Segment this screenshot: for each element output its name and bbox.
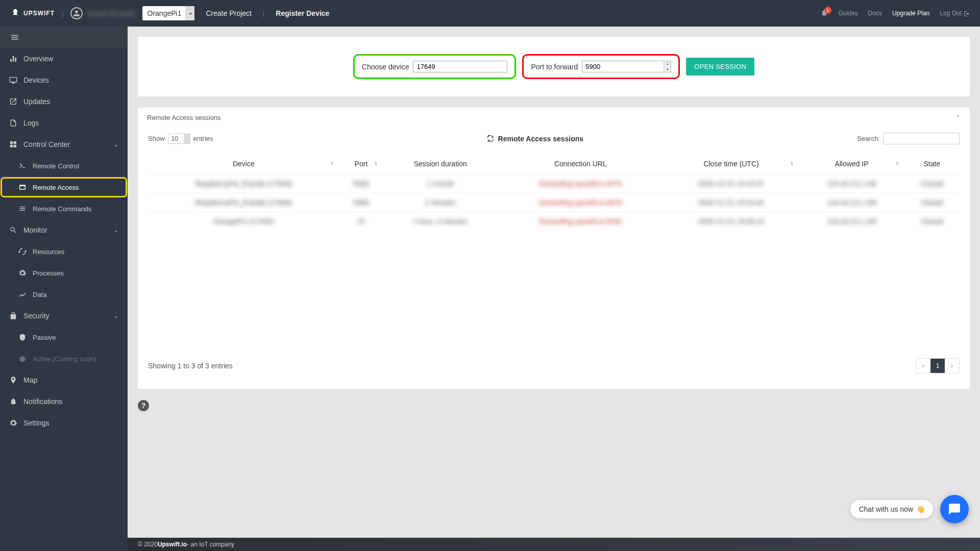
- external-link-icon: [9, 97, 17, 106]
- nav-devices[interactable]: Devices: [0, 69, 128, 91]
- cell-url: forwarding.upswift.io:4475: [498, 174, 664, 193]
- sessions-table: Device▲▼ Port▲▼ Session duration Connect…: [148, 154, 960, 231]
- cell-device: RaspberryPi4_Eranda (17649): [148, 174, 339, 193]
- upgrade-link[interactable]: Upgrade Plan: [892, 10, 929, 17]
- col-device[interactable]: Device▲▼: [148, 154, 339, 174]
- chart-bar-icon: [9, 55, 17, 63]
- choose-device-group: Choose device: [353, 54, 517, 79]
- list-icon: [18, 205, 27, 213]
- page-prev[interactable]: ‹: [916, 359, 930, 373]
- table-row: RaspberryPi4_Eranda (17649)59802 minutes…: [148, 193, 960, 212]
- cell-port: 5980: [339, 193, 383, 212]
- page-next[interactable]: ›: [945, 359, 959, 373]
- cell-device: OrangePi1 (17455): [148, 212, 339, 231]
- sessions-panel: Remote Access sessions ⌃ Show 10 entries…: [138, 108, 970, 389]
- avatar-icon[interactable]: [70, 7, 83, 19]
- col-state[interactable]: State: [904, 154, 960, 174]
- nav-remote-access[interactable]: Remote Access: [0, 177, 128, 198]
- cell-url: forwarding.upswift.io:5678: [498, 193, 664, 212]
- nav-remote-control[interactable]: Remote Control: [0, 155, 128, 177]
- divider: |: [263, 10, 264, 17]
- cell-ip: 124.43.211.139: [799, 174, 904, 193]
- number-spinner[interactable]: ▲▼: [664, 61, 671, 72]
- col-url[interactable]: Connection URL: [498, 154, 664, 174]
- search-input[interactable]: [883, 133, 960, 144]
- logout-link[interactable]: Log Out: [940, 10, 970, 17]
- entries-selector: Show 10 entries: [148, 134, 213, 144]
- cell-port: 22: [339, 212, 383, 231]
- cell-device: RaspberryPi4_Eranda (17649): [148, 193, 339, 212]
- nav-updates[interactable]: Updates: [0, 91, 128, 112]
- nav-monitor[interactable]: Monitor⌄: [0, 219, 128, 241]
- create-project-link[interactable]: Create Project: [206, 9, 251, 17]
- showing-info: Showing 1 to 3 of 3 entries: [148, 362, 233, 370]
- divider: |: [62, 10, 63, 17]
- shield-icon: [18, 333, 27, 341]
- nav-passive[interactable]: Passive: [0, 327, 128, 348]
- refresh-sessions[interactable]: Remote Access sessions: [213, 135, 857, 143]
- cell-state: Closed: [904, 212, 960, 231]
- nav-security[interactable]: Security⌄: [0, 305, 128, 327]
- chevron-down-icon: ⌄: [114, 227, 118, 234]
- docs-link[interactable]: Docs: [868, 10, 882, 17]
- chevron-down-icon: ⌄: [114, 141, 118, 148]
- cell-duration: 1 hour, 0 minutes: [383, 212, 497, 231]
- notifications-bell[interactable]: 1: [820, 9, 828, 18]
- brand-logo[interactable]: UPSWIFT: [10, 8, 55, 18]
- chevron-down-icon: ▾: [189, 11, 192, 16]
- cell-close: 2020-12-21 19:10:42: [664, 193, 799, 212]
- project-select[interactable]: OrangePi1 ▾: [142, 6, 195, 20]
- page-current[interactable]: 1: [930, 359, 945, 373]
- hamburger-icon: [10, 33, 19, 42]
- nav-logs[interactable]: Logs: [0, 112, 128, 134]
- guides-link[interactable]: Guides: [839, 10, 858, 17]
- register-device-link[interactable]: Register Device: [276, 9, 329, 17]
- sessions-title: Remote Access sessions: [147, 114, 221, 121]
- entries-select[interactable]: 10: [168, 134, 190, 144]
- nav-processes[interactable]: Processes: [0, 262, 128, 284]
- nav-overview[interactable]: Overview: [0, 48, 128, 69]
- chat-message[interactable]: Chat with us now 👋: [850, 500, 933, 518]
- line-chart-icon: [18, 290, 27, 298]
- sort-icon: ▲▼: [374, 161, 378, 166]
- nav-active: Active (Coming soon): [0, 348, 128, 369]
- col-ip[interactable]: Allowed IP▲▼: [799, 154, 904, 174]
- sidebar-toggle[interactable]: [0, 27, 128, 48]
- chevron-up-icon: ⌃: [955, 114, 961, 121]
- nav-settings[interactable]: Settings: [0, 412, 128, 434]
- col-duration[interactable]: Session duration: [383, 154, 497, 174]
- nav-notifications[interactable]: Notifications: [0, 391, 128, 412]
- top-header: UPSWIFT | Kasun Eranda OrangePi1 ▾ Creat…: [0, 0, 980, 27]
- nav-resources[interactable]: Resources: [0, 241, 128, 262]
- sessions-panel-header[interactable]: Remote Access sessions ⌃: [138, 108, 970, 128]
- bell-icon: [9, 397, 17, 406]
- bug-icon: [18, 355, 27, 363]
- cell-ip: 124.43.211.139: [799, 212, 904, 231]
- cell-ip: 124.43.211.139: [799, 193, 904, 212]
- nav-control-center[interactable]: Control Center⌄: [0, 134, 128, 155]
- nav-remote-commands[interactable]: Remote Commands: [0, 198, 128, 219]
- dashboard-icon: [18, 247, 27, 256]
- choose-device-input[interactable]: [413, 61, 507, 72]
- gear-icon: [9, 419, 17, 427]
- search-icon: [9, 226, 17, 234]
- port-forward-input[interactable]: [582, 61, 671, 72]
- window-icon: [18, 183, 27, 191]
- col-port[interactable]: Port▲▼: [339, 154, 383, 174]
- search-box: Search:: [857, 133, 960, 144]
- main-content: Choose device Port to forward ▲▼ OPEN SE…: [128, 27, 980, 551]
- open-session-button[interactable]: OPEN SESSION: [686, 58, 754, 76]
- nav-map[interactable]: Map: [0, 369, 128, 391]
- sort-icon: ▲▼: [790, 161, 794, 166]
- help-button[interactable]: ?: [138, 400, 149, 411]
- cell-duration: 2 minutes: [383, 193, 497, 212]
- chat-fab[interactable]: [940, 495, 969, 523]
- nav-data[interactable]: Data: [0, 284, 128, 305]
- cell-state: Closed: [904, 174, 960, 193]
- open-session-panel: Choose device Port to forward ▲▼ OPEN SE…: [138, 37, 970, 96]
- footer: © 2020 Upswift.io - an IoT company: [128, 538, 980, 551]
- pagination: ‹ 1 ›: [916, 358, 960, 373]
- logo-icon: [10, 8, 20, 18]
- col-close[interactable]: Close time (UTC)▲▼: [664, 154, 799, 174]
- choose-device-label: Choose device: [362, 63, 409, 71]
